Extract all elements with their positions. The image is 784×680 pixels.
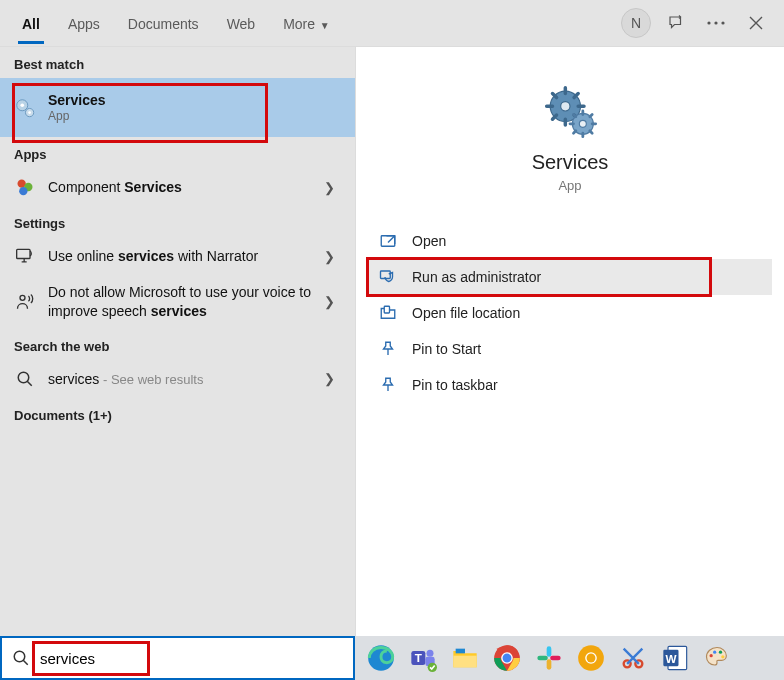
chevron-right-icon[interactable]: ❯ <box>318 371 341 386</box>
taskbar-file-explorer-icon[interactable] <box>445 638 485 678</box>
result-narrator-services[interactable]: Use online services with Narrator ❯ <box>0 237 355 275</box>
preview-panel: Services App Open Run as administrator <box>355 47 784 680</box>
more-icon[interactable] <box>696 3 736 43</box>
action-open[interactable]: Open <box>368 223 772 259</box>
action-label: Open <box>412 233 446 249</box>
action-label: Pin to Start <box>412 341 481 357</box>
result-component-services[interactable]: Component Services ❯ <box>0 168 355 206</box>
result-title: Use online services with Narrator <box>48 248 318 264</box>
result-subtitle: App <box>48 109 341 123</box>
tab-apps[interactable]: Apps <box>54 2 114 44</box>
svg-rect-19 <box>384 306 389 313</box>
svg-point-2 <box>721 21 724 24</box>
svg-text:T: T <box>415 651 422 664</box>
chevron-down-icon: ▼ <box>317 20 330 31</box>
feedback-icon[interactable] <box>656 3 696 43</box>
svg-point-44 <box>710 654 713 657</box>
svg-point-4 <box>20 103 24 107</box>
svg-point-0 <box>707 21 710 24</box>
svg-rect-32 <box>547 646 552 657</box>
svg-point-47 <box>721 655 724 658</box>
chevron-right-icon[interactable]: ❯ <box>318 249 341 264</box>
gears-icon <box>14 97 36 119</box>
heading-documents: Documents (1+) <box>0 398 355 429</box>
action-label: Open file location <box>412 305 520 321</box>
tab-documents[interactable]: Documents <box>114 2 213 44</box>
result-title: Do not allow Microsoft to use your voice… <box>48 283 318 321</box>
result-title: Services <box>48 92 341 108</box>
chevron-right-icon[interactable]: ❯ <box>318 294 341 309</box>
svg-rect-28 <box>456 649 465 654</box>
taskbar: T W <box>355 636 784 680</box>
action-label: Run as administrator <box>412 269 541 285</box>
filter-tabs: All Apps Documents Web More ▼ N <box>0 0 784 46</box>
svg-text:W: W <box>665 652 676 665</box>
heading-best-match: Best match <box>0 47 355 78</box>
svg-point-46 <box>719 651 722 654</box>
open-icon <box>378 231 398 251</box>
svg-point-9 <box>19 187 27 195</box>
services-large-icon <box>542 83 598 139</box>
svg-rect-10 <box>17 249 30 258</box>
search-input[interactable] <box>38 649 343 668</box>
chevron-right-icon[interactable]: ❯ <box>318 180 341 195</box>
svg-point-31 <box>503 654 512 663</box>
svg-point-12 <box>18 372 29 383</box>
action-pin-to-start[interactable]: Pin to Start <box>368 331 772 367</box>
svg-point-16 <box>579 120 586 127</box>
svg-rect-33 <box>537 656 548 661</box>
action-pin-to-taskbar[interactable]: Pin to taskbar <box>368 367 772 403</box>
result-title: services - See web results <box>48 371 318 387</box>
person-speech-icon <box>14 291 36 313</box>
taskbar-paint-icon[interactable] <box>697 638 737 678</box>
tab-more[interactable]: More ▼ <box>269 2 344 44</box>
heading-settings: Settings <box>0 206 355 237</box>
taskbar-snip-icon[interactable] <box>613 638 653 678</box>
taskbar-word-icon[interactable]: W <box>655 638 695 678</box>
svg-point-11 <box>20 295 25 300</box>
search-icon <box>12 649 30 667</box>
search-box[interactable] <box>0 636 355 680</box>
taskbar-chrome-icon[interactable] <box>487 638 527 678</box>
result-web-services[interactable]: services - See web results ❯ <box>0 360 355 398</box>
component-services-icon <box>14 176 36 198</box>
svg-rect-34 <box>547 659 552 670</box>
result-services-app[interactable]: Services App <box>0 78 355 137</box>
svg-point-24 <box>427 650 434 657</box>
svg-point-14 <box>561 102 570 111</box>
folder-location-icon <box>378 303 398 323</box>
tab-web[interactable]: Web <box>213 2 270 44</box>
svg-point-38 <box>587 654 596 663</box>
tab-all[interactable]: All <box>8 2 54 44</box>
taskbar-edge-icon[interactable] <box>361 638 401 678</box>
heading-search-web: Search the web <box>0 329 355 360</box>
admin-shield-icon <box>378 267 398 287</box>
close-button[interactable] <box>736 3 776 43</box>
result-speech-services[interactable]: Do not allow Microsoft to use your voice… <box>0 275 355 329</box>
svg-point-6 <box>28 111 31 114</box>
preview-subtitle: App <box>356 178 784 193</box>
svg-rect-35 <box>550 656 561 661</box>
pin-icon <box>378 339 398 359</box>
taskbar-chrome-canary-icon[interactable] <box>571 638 611 678</box>
monitor-narrator-icon <box>14 245 36 267</box>
results-panel: Best match Services App Apps Component S… <box>0 47 355 680</box>
action-run-as-administrator[interactable]: Run as administrator <box>368 259 772 295</box>
action-label: Pin to taskbar <box>412 377 498 393</box>
svg-point-1 <box>714 21 717 24</box>
taskbar-teams-icon[interactable]: T <box>403 638 443 678</box>
taskbar-slack-icon[interactable] <box>529 638 569 678</box>
svg-point-45 <box>713 651 716 654</box>
user-avatar[interactable]: N <box>616 3 656 43</box>
search-icon <box>14 368 36 390</box>
svg-point-20 <box>14 651 25 662</box>
preview-title: Services <box>356 151 784 174</box>
heading-apps: Apps <box>0 137 355 168</box>
pin-icon <box>378 375 398 395</box>
svg-rect-27 <box>453 656 476 668</box>
result-title: Component Services <box>48 179 318 195</box>
action-open-file-location[interactable]: Open file location <box>368 295 772 331</box>
